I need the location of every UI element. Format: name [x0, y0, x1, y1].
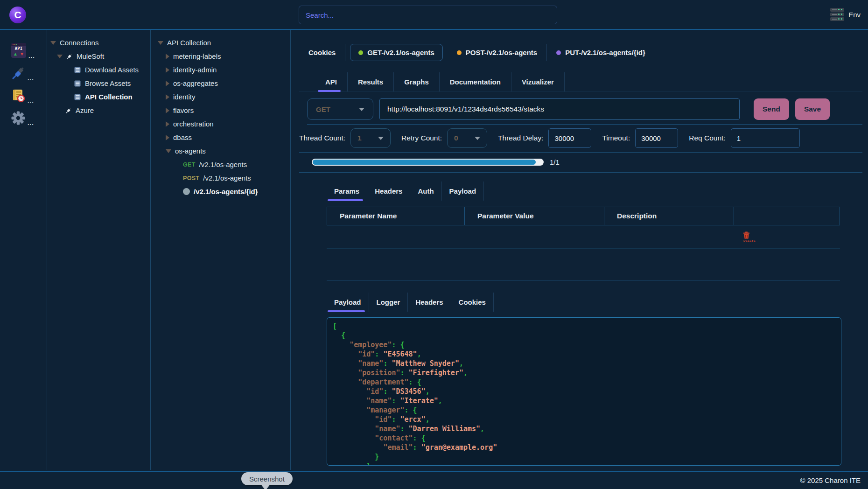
- tree-node-metering-labels[interactable]: metering-labels: [158, 49, 290, 63]
- tree-node-dbass[interactable]: dbass: [158, 131, 290, 144]
- list-icon: [74, 66, 81, 74]
- retry-count-select[interactable]: 0: [447, 128, 487, 148]
- tab-put-os-agents-id[interactable]: PUT-/v2.1/os-agents/{id}: [547, 44, 655, 61]
- caret-down-icon[interactable]: [57, 55, 63, 58]
- tree-endpoint-get-os-agents[interactable]: GET /v2.1/os-agents: [158, 158, 290, 171]
- tree-node-mulesoft[interactable]: MuleSoft: [50, 49, 150, 63]
- save-button[interactable]: Save: [795, 98, 830, 120]
- tab-headers[interactable]: Headers: [367, 182, 410, 201]
- endpoint-path: /v2.1/os-agents: [203, 174, 251, 182]
- tree-node-os-agents[interactable]: os-agents: [158, 144, 290, 158]
- thread-delay-input[interactable]: [548, 128, 591, 148]
- tree-label: Download Assets: [85, 66, 139, 74]
- tab-logger[interactable]: Logger: [369, 293, 408, 312]
- screenshot-label: Screenshot: [249, 475, 285, 483]
- copyright-text: © 2025 Charon ITE: [800, 476, 861, 484]
- tab-params[interactable]: Params: [327, 182, 367, 201]
- progress-label: 1/1: [550, 158, 560, 166]
- method-post-badge: POST: [183, 175, 199, 182]
- tab-response-headers[interactable]: Headers: [408, 293, 451, 312]
- retry-count-label: Retry Count:: [401, 134, 442, 142]
- tree-node-download-assets[interactable]: Download Assets: [50, 63, 150, 77]
- tab-results[interactable]: Results: [348, 72, 394, 91]
- rail-more-dots[interactable]: ...: [28, 98, 34, 103]
- delete-row-button[interactable]: DELETE: [734, 225, 840, 248]
- rail-more-dots[interactable]: ...: [28, 76, 34, 80]
- caret-right-icon[interactable]: [166, 54, 169, 59]
- rail-item-connector[interactable]: ...: [11, 66, 47, 80]
- tree-endpoint-os-agents-id[interactable]: /v2.1/os-agents/{id}: [158, 185, 290, 198]
- tree-label: identity-admin: [173, 66, 217, 74]
- send-button[interactable]: Send: [754, 98, 789, 120]
- endpoint-path: /v2.1/os-agents/{id}: [194, 188, 258, 196]
- tree-node-os-aggregates[interactable]: os-aggregates: [158, 77, 290, 90]
- small-plug-icon: [66, 53, 73, 60]
- timeout-label: Timeout:: [602, 134, 630, 142]
- app-logo: C: [9, 7, 26, 23]
- tab-post-os-agents[interactable]: POST-/v2.1/os-agents: [448, 44, 547, 61]
- tree-node-orchestration[interactable]: orchestration: [158, 117, 290, 131]
- payload-json: [ { "employee": { "id": "E45648", "name"…: [333, 321, 835, 466]
- tab-payload[interactable]: Payload: [442, 182, 484, 201]
- workspace: API ▲▼ ... ...: [0, 30, 868, 470]
- tab-label: POST-/v2.1/os-agents: [466, 49, 537, 56]
- caret-right-icon[interactable]: [166, 67, 169, 73]
- rail-more-dots[interactable]: ...: [28, 121, 34, 125]
- chevron-down-icon: [359, 108, 364, 111]
- footer-bar: © 2025 Charon ITE: [0, 471, 868, 489]
- caret-down-icon[interactable]: [166, 149, 171, 153]
- thread-delay-label: Thread Delay:: [498, 134, 543, 142]
- tree-endpoint-post-os-agents[interactable]: POST /v2.1/os-agents: [158, 171, 290, 185]
- search-input[interactable]: [299, 6, 557, 24]
- tree-node-connections[interactable]: Connections: [50, 36, 150, 49]
- tab-documentation[interactable]: Documentation: [440, 72, 511, 91]
- caret-right-icon[interactable]: [166, 108, 169, 113]
- column-header-parameter-value: Parameter Value: [465, 207, 604, 225]
- rail-item-history[interactable]: ...: [11, 89, 47, 103]
- tree-label: Azure: [76, 106, 94, 114]
- timeout-input[interactable]: [635, 128, 678, 148]
- tab-label: PUT-/v2.1/os-agents/{id}: [565, 49, 645, 56]
- caret-right-icon[interactable]: [166, 135, 169, 140]
- request-bar: GET Send Save: [307, 98, 862, 125]
- caret-right-icon[interactable]: [166, 81, 169, 86]
- tree-node-api-collection-root[interactable]: API Collection: [158, 36, 290, 49]
- tree-node-azure[interactable]: Azure: [50, 104, 150, 117]
- tab-graphs[interactable]: Graphs: [394, 72, 440, 91]
- tab-get-os-agents[interactable]: GET-/v2.1/os-agents: [350, 44, 442, 61]
- history-scroll-icon: [11, 89, 25, 103]
- params-table-header: Parameter Name Parameter Value Descripti…: [327, 207, 840, 225]
- tree-node-api-collection[interactable]: API Collection: [50, 90, 150, 104]
- tree-label: API Collection: [167, 39, 211, 47]
- caret-down-icon[interactable]: [50, 41, 56, 45]
- rail-item-settings[interactable]: ...: [11, 111, 47, 125]
- thread-count-select[interactable]: 1: [350, 128, 391, 148]
- req-count-input[interactable]: [731, 128, 800, 148]
- tree-node-identity-admin[interactable]: identity-admin: [158, 63, 290, 77]
- list-icon: [74, 80, 81, 87]
- screenshot-button[interactable]: Screenshot: [241, 472, 293, 485]
- caret-down-icon[interactable]: [158, 41, 163, 45]
- caret-right-icon[interactable]: [166, 94, 169, 100]
- rail-more-dots[interactable]: ...: [28, 54, 35, 58]
- tab-auth[interactable]: Auth: [410, 182, 441, 201]
- url-input[interactable]: [379, 98, 740, 120]
- server-stack-icon: [830, 8, 844, 21]
- tab-response-cookies[interactable]: Cookies: [451, 293, 494, 312]
- env-button[interactable]: Env: [830, 8, 861, 21]
- endpoint-circle-icon: [183, 188, 190, 195]
- tab-label: GET-/v2.1/os-agents: [367, 49, 434, 56]
- tab-cookies[interactable]: Cookies: [308, 44, 345, 61]
- tab-api[interactable]: API: [315, 72, 348, 91]
- tab-vizualizer[interactable]: Vizualizer: [511, 72, 565, 91]
- caret-right-icon[interactable]: [166, 121, 169, 127]
- tree-node-flavors[interactable]: flavors: [158, 104, 290, 117]
- payload-editor[interactable]: [ { "employee": { "id": "E45648", "name"…: [327, 317, 841, 466]
- method-get-badge: GET: [183, 161, 196, 168]
- tree-node-identity[interactable]: identity: [158, 90, 290, 104]
- method-select[interactable]: GET: [307, 98, 373, 120]
- tab-response-payload[interactable]: Payload: [327, 293, 369, 312]
- tree-node-browse-assets[interactable]: Browse Assets: [50, 77, 150, 90]
- rail-item-api-tool[interactable]: API ▲▼ ...: [11, 43, 47, 58]
- tree-label: Connections: [60, 39, 98, 47]
